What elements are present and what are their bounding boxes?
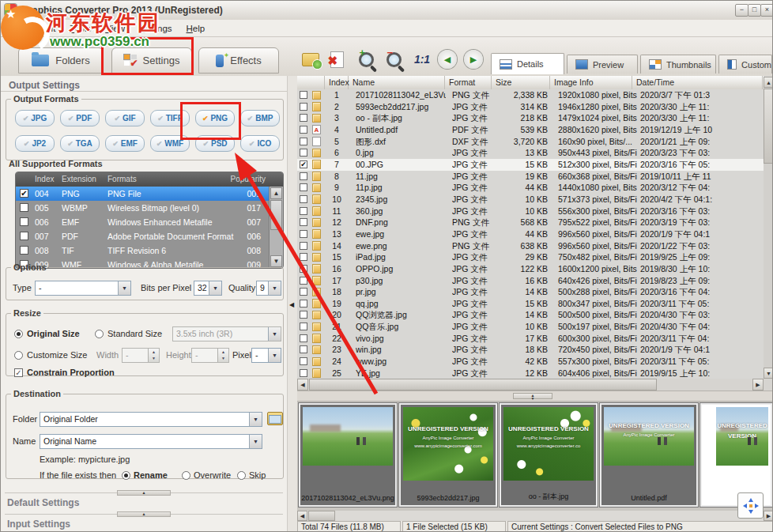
file-row[interactable]: 21QQ音乐.jpgJPG 文件10 KB500x197 pixel, Bits…: [297, 321, 764, 333]
actual-size-button[interactable]: 1:1: [410, 47, 434, 71]
checkbox[interactable]: [300, 103, 307, 111]
skip-radio[interactable]: [237, 471, 246, 480]
destination-folder-select[interactable]: Original Folder▼: [40, 412, 262, 427]
checkbox[interactable]: [300, 183, 307, 191]
column-header-index[interactable]: Index: [325, 76, 349, 89]
checkbox[interactable]: [300, 149, 307, 157]
checkbox[interactable]: [300, 369, 307, 377]
scroll-left-icon[interactable]: ◀: [297, 511, 307, 521]
view-tab-preview[interactable]: Preview: [567, 55, 638, 74]
type-select[interactable]: -▼: [35, 281, 131, 296]
section-splitter[interactable]: ▲: [5, 511, 283, 517]
checkbox[interactable]: [300, 277, 307, 285]
overwrite-radio[interactable]: [182, 471, 190, 480]
column-header-date-time[interactable]: Date/Time: [632, 76, 763, 89]
checkbox[interactable]: [300, 242, 307, 250]
format-button-emf[interactable]: ✔EMF: [105, 135, 145, 152]
scroll-thumb[interactable]: [270, 200, 282, 230]
pixel-select[interactable]: -▼: [251, 348, 281, 363]
checkbox[interactable]: [300, 207, 307, 215]
zoom-in-button[interactable]: +: [354, 47, 378, 71]
checkbox[interactable]: [300, 300, 307, 308]
format-list-row[interactable]: 008TIFTIFF Revision 6008: [16, 243, 283, 258]
default-settings-section[interactable]: Default Settings: [7, 497, 79, 508]
file-row[interactable]: 102345.jpgJPG 文件10 KB571x373 pixel, Bits…: [297, 194, 764, 206]
checkbox[interactable]: [300, 126, 307, 134]
scroll-up-icon[interactable]: ▲: [764, 77, 773, 88]
standard-size-select[interactable]: 3.5x5 inch (3R)▼: [172, 326, 281, 341]
menu-item-help[interactable]: Help: [179, 22, 213, 35]
collapse-panel-icon[interactable]: ◀: [289, 301, 294, 308]
file-row[interactable]: 14ewe.pngPNG 文件638 KB996x560 pixel, Bits…: [297, 240, 764, 252]
file-row[interactable]: 19qq.jpgJPG 文件15 KB800x347 pixel, Bits/F…: [297, 298, 764, 310]
checkbox[interactable]: [300, 91, 307, 99]
spinner-arrows-icon[interactable]: ▲▼: [217, 349, 228, 362]
checkbox[interactable]: [20, 217, 28, 226]
checkbox[interactable]: [300, 172, 307, 180]
scroll-down-icon[interactable]: ▼: [764, 368, 773, 379]
original-size-radio[interactable]: [14, 330, 23, 338]
checkbox[interactable]: [300, 195, 307, 203]
splitter-grip[interactable]: ▲▼: [513, 393, 552, 399]
checkbox[interactable]: [300, 138, 307, 145]
chevron-down-icon[interactable]: ▼: [268, 327, 281, 341]
column-header-size[interactable]: Size: [492, 76, 550, 89]
format-list-row[interactable]: 007PDFAdobe Portable Document Format006: [16, 229, 283, 243]
chevron-down-icon[interactable]: ▼: [249, 435, 262, 448]
destination-name-select[interactable]: Original Name▼: [40, 434, 262, 449]
file-row[interactable]: 17p30.jpgJPG 文件16 KB640x426 pixel, Bits/…: [297, 275, 764, 287]
format-button-bmp[interactable]: ✔BMP: [240, 110, 280, 126]
close-button[interactable]: ×: [760, 4, 773, 17]
column-header-name[interactable]: Name: [349, 76, 445, 89]
file-row[interactable]: 16OPPO.jpgJPG 文件122 KB1600x1200 pixel, B…: [297, 263, 764, 275]
next-button[interactable]: ▶: [462, 47, 485, 71]
checkbox[interactable]: [300, 265, 307, 273]
checkbox[interactable]: ✔: [300, 160, 307, 168]
thumbnail-item[interactable]: UNREGISTERED VERSION: [700, 403, 772, 507]
column-header-image-info[interactable]: Image Info: [550, 76, 632, 89]
file-row[interactable]: 120171028113042_eL3Vu.pngPNG 文件2,338 KB1…: [297, 89, 764, 101]
file-row[interactable]: 23win.jpgJPG 文件18 KB720x450 pixel, Bits/…: [297, 344, 764, 356]
spinner-arrows-icon[interactable]: ▲▼: [148, 349, 159, 362]
checkbox[interactable]: [300, 288, 307, 296]
scroll-thumb[interactable]: [309, 379, 657, 391]
file-row[interactable]: 5图形.dxfDXF 文件3,720 KB160x90 pixel, Bits/…: [297, 136, 764, 148]
previous-button[interactable]: ◀: [436, 47, 459, 71]
format-button-pdf[interactable]: ✔PDF: [60, 110, 100, 126]
constrain-proportion-checkbox[interactable]: ✓: [14, 368, 23, 377]
scroll-right-icon[interactable]: ▶: [752, 379, 764, 391]
file-row[interactable]: 25YE.jpgJPG 文件12 KB604x406 pixel, Bits/F…: [297, 368, 764, 379]
checkbox[interactable]: [20, 232, 28, 240]
file-row[interactable]: ✔700.JPGJPG 文件15 KB512x300 pixel, Bits/F…: [297, 159, 764, 171]
thumbnail-item[interactable]: UNREGISTERED VERSIONAnyPic Image Convert…: [399, 403, 497, 507]
checkbox[interactable]: [20, 246, 28, 255]
zoom-out-button[interactable]: −: [382, 47, 405, 71]
checkbox[interactable]: [300, 253, 307, 261]
checkbox[interactable]: [300, 230, 307, 238]
nav-tab-effects[interactable]: Effects: [198, 47, 279, 74]
file-row[interactable]: 22vivo.jpgJPG 文件17 KB600x300 pixel, Bits…: [297, 333, 764, 345]
file-row[interactable]: 11360.jpgJPG 文件10 KB556x300 pixel, Bits/…: [297, 206, 764, 217]
scroll-thumb[interactable]: [764, 89, 773, 164]
quality-select[interactable]: 9▼: [256, 281, 281, 296]
bpp-select[interactable]: 32▼: [194, 281, 222, 296]
format-list-row[interactable]: 005WBMPWireless Bitmap (level 0)017: [16, 201, 283, 215]
chevron-down-icon[interactable]: ▼: [209, 281, 221, 295]
table-horizontal-scrollbar[interactable]: ◀ ▶: [297, 379, 764, 391]
checkbox[interactable]: [300, 114, 307, 122]
customize-size-radio[interactable]: [14, 351, 23, 360]
file-row[interactable]: 811.jpgJPG 文件19 KB660x368 pixel, Bits/Fi…: [297, 171, 764, 183]
file-row[interactable]: 15iPad.jpgJPG 文件29 KB750x482 pixel, Bits…: [297, 251, 764, 263]
file-row[interactable]: 3oo - 副本.jpgJPG 文件218 KB1479x1024 pixel,…: [297, 112, 764, 124]
checkbox[interactable]: [300, 345, 307, 353]
browse-folder-icon[interactable]: [267, 412, 283, 425]
scroll-right-icon[interactable]: ▶: [764, 511, 773, 521]
standard-size-radio[interactable]: [95, 330, 104, 338]
scroll-up-icon[interactable]: ▲: [270, 187, 282, 199]
splitter-grip[interactable]: ▲: [117, 511, 171, 517]
format-list-row[interactable]: 006EMFWindows Enhanced Metafile007: [16, 215, 283, 229]
format-button-jp2[interactable]: ✔JP2: [15, 135, 55, 152]
file-row[interactable]: 911p.jpgJPG 文件44 KB1440x1080 pixel, Bits…: [297, 182, 764, 194]
checkbox[interactable]: ✔: [20, 189, 28, 198]
view-tab-details[interactable]: Details: [491, 53, 564, 74]
